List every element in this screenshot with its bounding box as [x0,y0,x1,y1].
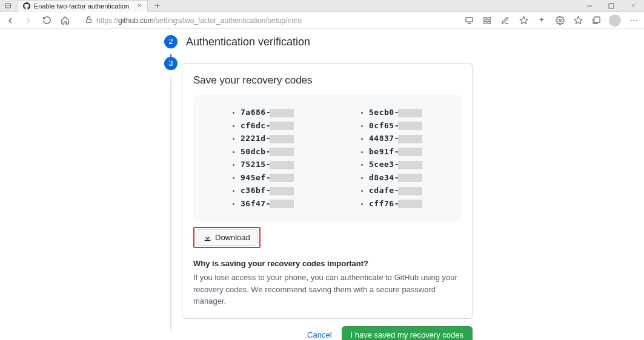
svg-point-14 [631,20,632,21]
recovery-codes-card: Save your recovery codes 7a686-cf6dc-222… [182,63,473,319]
arc-button[interactable] [536,15,547,26]
redacted-segment [270,148,294,156]
redacted-segment [398,174,422,182]
collections-button[interactable] [591,15,602,26]
favorite-add-button[interactable] [518,15,529,26]
nav-home-button[interactable] [59,15,70,26]
redacted-segment [270,161,294,169]
window-minimize-button[interactable] [579,0,600,12]
site-info-button[interactable] [85,16,93,25]
redacted-segment [398,122,422,130]
tab-title: Enable two-factor authentication [34,2,129,10]
svg-marker-12 [574,16,582,24]
close-icon [136,2,142,8]
extensions-button[interactable] [554,15,565,26]
browser-toolbar: https://github.com/settings/two_factor_a… [0,12,644,29]
monitor-icon [465,16,474,25]
recovery-code: 44837- [369,132,422,145]
svg-point-11 [559,19,561,22]
cancel-button[interactable]: Cancel [307,330,331,339]
redacted-segment [398,200,422,208]
tab-actions-button[interactable] [0,0,16,12]
svg-rect-4 [465,18,472,22]
recovery-code: 5ecb0- [369,106,422,119]
recovery-code: 2221d- [241,132,294,145]
step-2-title: Authentication verification [186,36,310,48]
desktop-view-button[interactable] [463,15,474,26]
puzzle-icon [556,16,565,25]
maximize-icon [608,3,614,9]
redacted-segment [398,161,422,169]
redacted-segment [270,174,294,182]
svg-point-16 [636,20,637,21]
svg-rect-0 [5,4,11,8]
recovery-code: d8e34- [369,171,422,185]
nav-refresh-button[interactable] [41,15,52,26]
redacted-segment [398,109,422,117]
redacted-segment [270,187,294,195]
redacted-segment [398,135,422,143]
nav-forward-button[interactable] [23,15,34,26]
recovery-code: 0cf65- [369,119,422,132]
recovery-code: 5cee3- [369,158,422,171]
plus-icon [154,2,161,9]
svg-rect-3 [87,19,91,22]
card-heading: Save your recovery codes [193,74,461,87]
star-icon [574,16,583,25]
recovery-code: 945ef- [241,171,294,185]
redacted-segment [398,187,422,195]
sparkle-icon [537,16,546,25]
minimize-icon [586,3,593,9]
home-icon [61,16,70,25]
stepper-connector-line [170,35,171,42]
lock-icon [85,16,93,24]
svg-rect-9 [488,21,490,24]
close-icon [630,2,637,9]
recovery-code: cdafe- [369,184,422,197]
stepper-connector-line [170,77,171,331]
svg-rect-7 [488,17,490,19]
recovery-code: 36f47- [241,197,294,211]
svg-rect-8 [484,21,486,24]
recovery-codes-left-column: 7a686-cf6dc-2221d-50dcb-75215-945ef-c36b… [241,106,294,210]
recovery-code: c36bf- [241,184,294,197]
recovery-codes-box: 7a686-cf6dc-2221d-50dcb-75215-945ef-c36b… [193,95,461,221]
step-2-row: 2 Authentication verification [164,35,644,48]
redacted-segment [398,148,422,156]
grid-view-button[interactable] [482,15,493,26]
recovery-codes-right-column: 5ecb0-0cf65-44837-be91f-5cee3-d8e34-cdaf… [369,106,422,210]
arrow-left-icon [5,16,15,25]
favorites-button[interactable] [573,15,583,26]
collections-icon [592,16,601,25]
confirm-saved-button[interactable]: I have saved my recovery codes [342,326,473,341]
window-maximize-button[interactable] [600,0,622,12]
download-button[interactable]: Download [196,229,258,246]
redacted-segment [270,122,294,130]
ellipsis-icon [629,16,638,25]
more-menu-button[interactable] [628,15,639,26]
profile-avatar[interactable] [609,15,621,27]
svg-point-15 [633,20,634,21]
edit-button[interactable] [500,15,511,26]
refresh-icon [42,16,51,25]
recovery-code: be91f- [369,145,422,159]
redacted-segment [270,109,294,117]
tab-actions-icon [4,2,12,10]
nav-back-button[interactable] [5,15,16,26]
tab-close-button[interactable] [136,2,142,10]
recovery-code: 75215- [241,158,294,171]
browser-tab[interactable]: Enable two-factor authentication [18,0,148,12]
download-highlight: Download [193,227,261,248]
actions-row: Cancel I have saved my recovery codes [182,326,473,341]
new-tab-button[interactable] [151,2,162,9]
recovery-code: cff76- [369,197,422,211]
address-bar[interactable]: https://github.com/settings/two_factor_a… [85,16,302,25]
svg-marker-10 [520,16,528,24]
svg-rect-13 [594,17,599,22]
grid-icon [483,16,491,25]
address-url: https://github.com/settings/two_factor_a… [96,16,302,25]
star-plus-icon [519,16,528,25]
window-close-button[interactable] [622,0,644,12]
recovery-code: 50dcb- [241,145,294,159]
redacted-segment [270,200,294,208]
